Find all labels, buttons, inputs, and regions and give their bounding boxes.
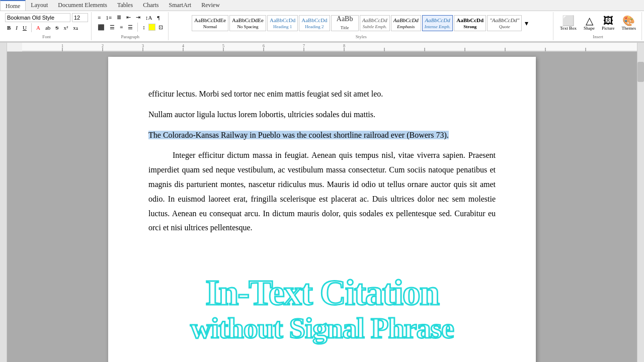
bullets-button[interactable]: ≡ [96, 14, 103, 22]
ribbon-group-paragraph: ≡ 1≡ ≣ ⇤ ⇥ ↕A ¶ ⬛ ☰ ≡ ☰ ↕ ⊡ [93, 12, 169, 40]
ribbon-group-font: B I U A ab S x² x₂ Font [2, 12, 92, 40]
tab-review[interactable]: Review [196, 0, 225, 11]
line-spacing-button[interactable]: ↕ [140, 23, 147, 31]
style-heading1[interactable]: AaBbCcDdHeading 1 [267, 15, 298, 31]
svg-text:2: 2 [102, 44, 104, 48]
font-name-input[interactable] [5, 13, 70, 22]
font-group-label: Font [42, 33, 51, 39]
document-area: efficitur lectus. Morbi sed tortor nec e… [7, 52, 637, 362]
svg-text:6: 6 [263, 44, 265, 48]
selected-text: The Colorado-Kansas Railway in Pueblo wa… [148, 131, 449, 139]
style-heading2[interactable]: AaBbCcDdHeading 2 [299, 15, 330, 31]
watermark-line1: In-Text Citation [205, 272, 438, 314]
watermark-line2: without Signal Phrase [190, 311, 454, 345]
themes-icon: 🎨 [622, 16, 635, 26]
svg-text:8: 8 [343, 44, 345, 48]
subscript-button[interactable]: x₂ [71, 24, 80, 32]
font-size-input[interactable] [72, 13, 88, 22]
style-subtle-emph[interactable]: AaBbCcDdSubtle Emph. [360, 15, 390, 31]
multilevel-button[interactable]: ≣ [115, 13, 123, 22]
italic-button[interactable]: I [14, 24, 20, 32]
svg-text:4: 4 [182, 44, 184, 48]
ribbon: Home Layout Document Elements Tables Cha… [0, 0, 644, 43]
ribbon-group-styles: AaBbCcDdEeNormal AaBbCcDdEeNo Spacing Aa… [170, 12, 553, 40]
style-title[interactable]: AaBbTitle [331, 15, 359, 31]
ribbon-main: B I U A ab S x² x₂ Font ≡ 1≡ ≣ [0, 11, 644, 42]
tab-layout[interactable]: Layout [26, 0, 53, 11]
styles-group-label: Styles [356, 33, 367, 39]
borders-button[interactable]: ⊡ [156, 23, 165, 32]
underline-button[interactable]: U [21, 24, 29, 32]
tab-tables[interactable]: Tables [112, 0, 138, 11]
style-no-spacing[interactable]: AaBbCcDdEeNo Spacing [229, 15, 266, 31]
ribbon-tabs: Home Layout Document Elements Tables Cha… [0, 0, 644, 11]
svg-text:3: 3 [142, 44, 144, 48]
paragraph-4: Integer efficitur dictum massa in feugia… [148, 148, 496, 235]
styles-gallery: AaBbCcDdEeNormal AaBbCcDdEeNo Spacing Aa… [192, 15, 522, 31]
tab-document-elements[interactable]: Document Elements [53, 0, 112, 11]
paragraph-group-label: Paragraph [121, 33, 139, 39]
align-right-button[interactable]: ≡ [118, 23, 125, 31]
scrollbar-right[interactable] [637, 52, 644, 362]
ruler-area: 1 2 3 4 5 6 7 8 [0, 43, 644, 52]
page-area: efficitur lectus. Morbi sed tortor nec e… [0, 52, 644, 362]
align-left-button[interactable]: ⬛ [96, 23, 107, 32]
style-strong[interactable]: AaBbCcDdStrong [454, 15, 486, 31]
picture-icon: 🖼 [603, 16, 613, 26]
paragraph-1: efficitur lectus. Morbi sed tortor nec e… [148, 87, 496, 102]
svg-text:1: 1 [61, 44, 63, 48]
style-quote[interactable]: "AaBbCcDd"Quote [487, 15, 522, 31]
numbering-button[interactable]: 1≡ [104, 14, 114, 22]
tab-charts[interactable]: Charts [138, 0, 164, 11]
styles-more-button[interactable]: ▾ [523, 18, 530, 29]
tab-home[interactable]: Home [0, 0, 26, 11]
picture-button[interactable]: 🖼 Picture [599, 14, 617, 32]
ruler: 1 2 3 4 5 6 7 8 [22, 43, 637, 52]
shape-icon: △ [586, 16, 593, 26]
show-hide-button[interactable]: ¶ [155, 14, 162, 22]
highlight-button[interactable]: ab [43, 24, 52, 32]
paragraph-2: Nullam auctor ligula luctus lorem lobort… [148, 108, 496, 122]
page: efficitur lectus. Morbi sed tortor nec e… [108, 57, 536, 362]
textbox-icon: ⬜ [562, 16, 575, 26]
font-color-button[interactable]: A [34, 24, 42, 32]
superscript-button[interactable]: x² [61, 24, 70, 32]
paragraph-3-selected: The Colorado-Kansas Railway in Pueblo wa… [148, 128, 496, 143]
insert-group-label: Insert [593, 33, 603, 39]
svg-text:5: 5 [222, 44, 224, 48]
themes-button[interactable]: 🎨 Themes [619, 14, 639, 32]
shape-button[interactable]: △ Shape [581, 14, 597, 32]
style-emphasis[interactable]: AaBbCcDdEmphasis [391, 15, 421, 31]
sort-button[interactable]: ↕A [143, 14, 154, 22]
strikethrough-button[interactable]: S [53, 24, 60, 32]
svg-text:7: 7 [303, 44, 305, 48]
shading-button[interactable] [148, 24, 155, 31]
style-normal[interactable]: AaBbCcDdEeNormal [192, 15, 228, 31]
scrollbar-left[interactable] [0, 52, 7, 362]
tab-smartart[interactable]: SmartArt [164, 0, 196, 11]
style-intense-emph[interactable]: AaBbCcDdIntense Emph. [422, 15, 453, 31]
textbox-button[interactable]: ⬜ Text Box [557, 14, 579, 32]
bold-button[interactable]: B [5, 24, 13, 32]
ribbon-group-insert: ⬜ Text Box △ Shape 🖼 Picture 🎨 Themes In… [554, 12, 642, 40]
justify-button[interactable]: ☰ [126, 23, 135, 32]
increase-indent-button[interactable]: ⇥ [134, 13, 142, 22]
decrease-indent-button[interactable]: ⇤ [124, 13, 133, 22]
align-center-button[interactable]: ☰ [108, 23, 117, 32]
